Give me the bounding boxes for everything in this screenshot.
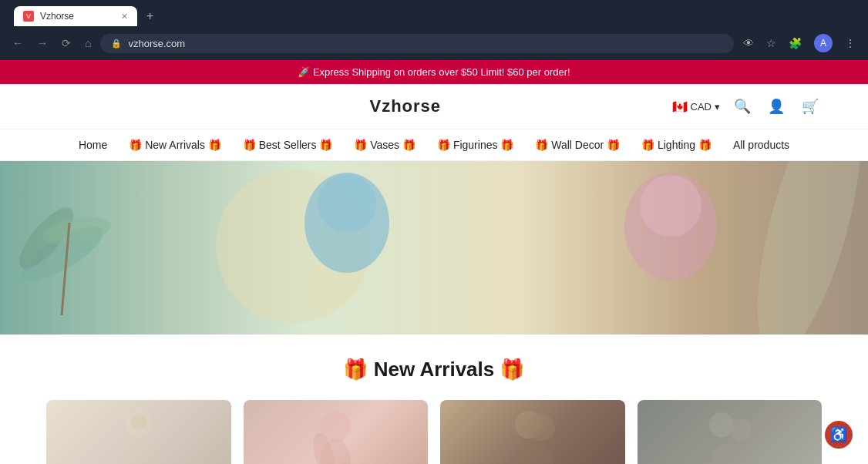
site-logo[interactable]: Vzhorse [369,96,441,116]
back-button[interactable]: ← [8,34,28,52]
nav-item-best-sellers[interactable]: 🎁 Best Sellers 🎁 [243,139,332,151]
profile-icon[interactable]: A [809,31,837,55]
new-arrivals-title: 🎁 New Arrivals 🎁 [46,358,822,382]
nav-item-vases[interactable]: 🎁 Vases 🎁 [354,139,415,151]
extensions-icon[interactable]: 🧩 [784,34,806,52]
hero-image [0,161,868,335]
header-right: 🇨🇦 CAD ▾ 🔍 👤 🛒 [672,95,822,118]
product-4-figure [638,400,823,464]
site-header: Vzhorse 🇨🇦 CAD ▾ 🔍 👤 🛒 [0,84,868,129]
svg-point-7 [640,175,701,237]
new-tab-button[interactable]: + [140,6,160,26]
svg-point-11 [131,414,146,429]
product-2-figure [244,400,429,464]
product-card-4[interactable] [638,400,823,464]
product-card-3[interactable] [440,400,625,464]
url-text: vzhorse.com [128,38,185,49]
accessibility-button[interactable]: ♿ [825,421,853,449]
nav-item-home[interactable]: Home [79,139,107,151]
search-button[interactable]: 🔍 [731,95,754,118]
svg-point-19 [730,419,752,440]
tab-title: Vzhorse [40,11,74,22]
currency-code: CAD [691,101,712,113]
account-button[interactable]: 👤 [765,95,788,118]
site-nav: Home 🎁 New Arrivals 🎁 🎁 Best Sellers 🎁 🎁… [0,129,868,161]
accessibility-icon: ♿ [830,426,847,443]
nav-item-new-arrivals[interactable]: 🎁 New Arrivals 🎁 [129,139,221,151]
svg-point-5 [318,174,376,233]
currency-chevron-icon: ▾ [715,101,720,113]
menu-icon[interactable]: ⋮ [840,34,860,52]
tab-bar: V Vzhorse ✕ + [0,0,868,26]
product-card-2[interactable] [244,400,429,464]
address-bar[interactable]: 🔒 vzhorse.com [100,34,734,53]
product-1-figure [46,400,231,464]
hero-banner [0,161,868,335]
site-content: 🚀 Express Shipping on orders over $50 Li… [0,60,868,464]
refresh-button[interactable]: ⟳ [57,34,76,52]
product-card-1[interactable] [46,400,231,464]
profile-avatar: A [814,34,833,52]
svg-point-20 [711,444,745,464]
eye-off-icon[interactable]: 👁 [738,34,759,52]
toolbar-icons: 👁 ☆ 🧩 A ⋮ [738,31,860,55]
product-grid [46,400,822,464]
hero-svg-art [0,161,868,335]
svg-point-17 [515,442,553,464]
currency-flag: 🇨🇦 [672,99,688,114]
currency-selector[interactable]: 🇨🇦 CAD ▾ [672,99,720,114]
product-3-figure [440,400,625,464]
cart-button[interactable]: 🛒 [799,95,822,118]
svg-point-8 [736,161,868,335]
address-bar-row: ← → ⟳ ⌂ 🔒 vzhorse.com 👁 ☆ 🧩 A ⋮ [0,26,868,60]
nav-item-figurines[interactable]: 🎁 Figurines 🎁 [437,139,513,151]
tab-close-button[interactable]: ✕ [121,12,128,22]
bookmark-icon[interactable]: ☆ [762,34,781,52]
home-button[interactable]: ⌂ [80,34,96,52]
tab-favicon: V [23,11,34,22]
new-arrivals-section: 🎁 New Arrivals 🎁 [0,335,868,464]
nav-item-wall-decor[interactable]: 🎁 Wall Decor 🎁 [535,139,620,151]
browser-chrome: V Vzhorse ✕ + ← → ⟳ ⌂ 🔒 vzhorse.com 👁 ☆ … [0,0,868,60]
svg-point-10 [122,435,156,464]
active-tab[interactable]: V Vzhorse ✕ [14,6,137,26]
announcement-bar: 🚀 Express Shipping on orders over $50 Li… [0,60,868,84]
forward-button[interactable]: → [32,34,52,52]
lock-icon: 🔒 [111,39,122,49]
svg-point-18 [709,412,734,437]
nav-item-all-products[interactable]: All products [733,139,789,151]
nav-item-lighting[interactable]: 🎁 Lighting 🎁 [641,139,712,151]
announcement-text: 🚀 Express Shipping on orders over $50 Li… [298,66,570,78]
svg-point-16 [529,415,555,441]
